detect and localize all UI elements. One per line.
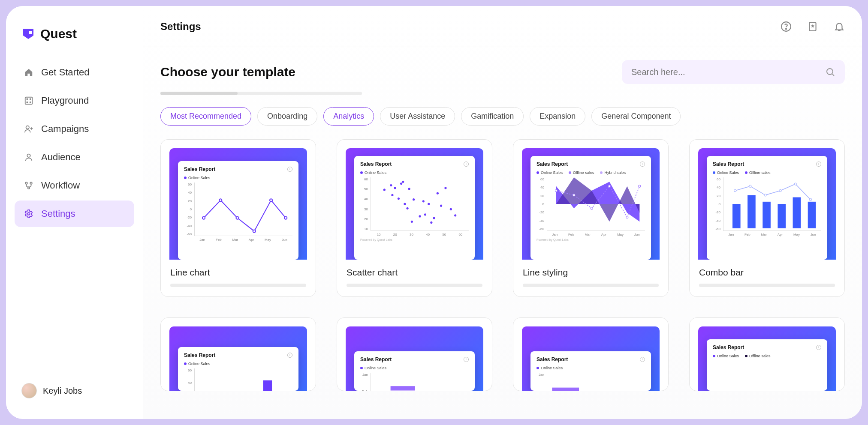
search[interactable] [622, 60, 845, 84]
sidebar: Quest Get Started Playground Campaigns A… [6, 6, 143, 419]
bookmark-icon[interactable] [807, 21, 818, 32]
svg-point-8 [25, 182, 27, 184]
svg-rect-70 [391, 386, 415, 390]
chart-title: Sales Report [536, 161, 568, 167]
svg-point-6 [26, 126, 29, 129]
sidebar-item-label: Settings [41, 208, 75, 219]
filter-general-component[interactable]: General Component [591, 107, 681, 126]
card-preview: Sales Reporti Online Sales 6040200-20 [161, 318, 316, 391]
page-header-title: Settings [160, 21, 201, 33]
card-preview: Sales Reporti Online Sales JanFebMar [513, 318, 668, 391]
user-profile[interactable]: Keyli Jobs [6, 374, 143, 407]
svg-rect-0 [29, 31, 32, 34]
help-icon[interactable] [781, 21, 792, 32]
filter-expansion[interactable]: Expansion [530, 107, 585, 126]
sidebar-item-workflow[interactable]: Workflow [15, 172, 134, 199]
template-card-line[interactable]: Sales Report i Online Sales 60 40 [160, 139, 316, 297]
svg-point-52 [639, 185, 641, 187]
chart-title: Sales Report [713, 161, 744, 167]
user-icon [24, 153, 33, 162]
svg-point-29 [404, 203, 406, 205]
svg-point-19 [253, 230, 256, 233]
topbar-actions [781, 21, 845, 32]
card-preview: Sales Reporti Online Sales Offline sales [690, 318, 844, 391]
svg-point-18 [236, 217, 238, 219]
card-preview: Sales Report i Online Sales Offline sale… [690, 140, 844, 260]
card-progress [347, 284, 482, 287]
sidebar-item-label: Workflow [41, 180, 80, 191]
svg-point-36 [424, 213, 426, 215]
sidebar-item-campaigns[interactable]: Campaigns [15, 116, 134, 142]
svg-rect-60 [747, 195, 756, 228]
search-input[interactable] [631, 67, 820, 77]
card-preview: Sales Report i Online Sales 60 40 [161, 140, 316, 260]
svg-point-44 [454, 214, 456, 216]
template-cards: Sales Report i Online Sales 60 40 [160, 139, 845, 391]
card-label: Line styling [523, 267, 659, 278]
svg-point-27 [400, 183, 402, 185]
template-card-partial-4[interactable]: Sales Reporti Online Sales Offline sales [689, 317, 845, 391]
powered-by: Powered by Quest Labs [536, 238, 645, 241]
search-icon [825, 67, 835, 77]
svg-point-13 [786, 28, 787, 29]
progress-fill [160, 92, 238, 95]
svg-point-38 [430, 221, 432, 224]
template-card-partial-1[interactable]: Sales Reporti Online Sales 6040200-20 [160, 317, 316, 391]
card-progress [170, 284, 306, 287]
svg-rect-61 [763, 202, 771, 228]
info-icon: i [287, 167, 292, 172]
card-preview: Sales Report i Online Sales 60 50 [337, 140, 492, 260]
svg-point-49 [591, 207, 593, 210]
svg-point-43 [450, 208, 452, 210]
svg-point-53 [734, 189, 736, 192]
svg-point-2 [27, 99, 27, 99]
template-card-partial-2[interactable]: Sales Reporti Online Sales JanFebMarApr [337, 317, 492, 391]
chart-title: Sales Report [360, 161, 392, 167]
svg-point-42 [444, 187, 446, 189]
sidebar-item-audience[interactable]: Audience [15, 144, 134, 171]
topbar: Settings [143, 6, 862, 47]
filter-analytics[interactable]: Analytics [323, 107, 374, 126]
home-icon [24, 68, 33, 77]
template-card-scatter[interactable]: Sales Report i Online Sales 60 50 [337, 139, 492, 297]
svg-point-22 [383, 189, 386, 191]
svg-point-25 [394, 187, 396, 189]
svg-point-30 [406, 207, 408, 210]
svg-rect-64 [808, 202, 816, 228]
filter-pills: Most Recommended Onboarding Analytics Us… [160, 107, 845, 126]
logo-icon [21, 27, 35, 41]
sidebar-item-settings[interactable]: Settings [15, 201, 134, 227]
bell-icon[interactable] [834, 21, 845, 32]
content-header: Choose your template [160, 60, 845, 84]
svg-point-40 [437, 192, 439, 195]
svg-point-48 [573, 194, 575, 196]
app-frame: Quest Get Started Playground Campaigns A… [6, 6, 862, 419]
svg-point-28 [402, 181, 404, 183]
svg-point-35 [422, 200, 425, 202]
filter-most-recommended[interactable]: Most Recommended [160, 107, 251, 126]
logo[interactable]: Quest [6, 18, 143, 57]
page-title: Choose your template [160, 65, 295, 79]
svg-point-24 [391, 194, 393, 196]
template-card-line-styling[interactable]: Sales Report i Online Sales Offline sale… [513, 139, 669, 297]
info-icon: i [816, 162, 821, 167]
card-preview: Sales Reporti Online Sales JanFebMarApr [337, 318, 492, 391]
filter-gamification[interactable]: Gamification [461, 107, 524, 126]
svg-point-7 [27, 154, 30, 157]
card-label: Line chart [170, 267, 306, 278]
svg-point-50 [608, 185, 610, 187]
sidebar-item-playground[interactable]: Playground [15, 87, 134, 114]
svg-point-56 [779, 189, 781, 192]
workflow-icon [24, 181, 33, 190]
card-label: Scatter chart [347, 267, 482, 278]
template-card-partial-3[interactable]: Sales Reporti Online Sales JanFebMar [513, 317, 669, 391]
svg-point-26 [398, 198, 400, 200]
filter-onboarding[interactable]: Onboarding [257, 107, 317, 126]
template-card-combo-bar[interactable]: Sales Report i Online Sales Offline sale… [689, 139, 845, 297]
sidebar-item-get-started[interactable]: Get Started [15, 59, 134, 86]
avatar [21, 383, 37, 398]
filter-user-assistance[interactable]: User Assistance [380, 107, 455, 126]
legend-online: Online Sales [188, 176, 210, 180]
svg-point-17 [219, 199, 222, 201]
svg-point-41 [440, 205, 442, 207]
